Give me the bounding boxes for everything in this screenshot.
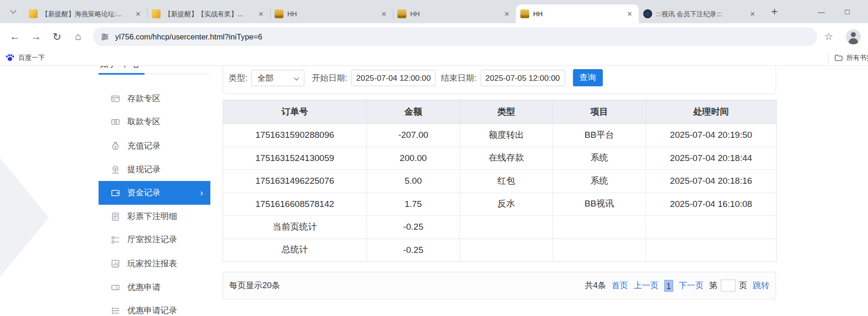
reload-button[interactable]: ↻ <box>48 27 67 46</box>
withdraw-zone-icon <box>111 117 120 127</box>
table-cell: -0.25 <box>367 239 460 261</box>
table-cell: 1751616608578142 <box>223 193 367 215</box>
pagination-current-page[interactable]: 1 <box>664 280 673 291</box>
browser-tab[interactable]: 【新提醒】【实战有奖】...× <box>147 5 270 24</box>
bookmark-label: 百度一下 <box>18 53 45 62</box>
table-cell: 红包 <box>460 170 552 193</box>
table-cell: 总统计 <box>223 239 367 261</box>
back-button[interactable]: ← <box>6 27 25 46</box>
table-cell: 5.00 <box>367 170 460 193</box>
table-cell <box>553 216 646 239</box>
browser-tab[interactable]: :::视讯 会员下注纪录:::× <box>639 5 762 24</box>
tab-close-icon[interactable]: × <box>379 9 389 19</box>
tab-close-icon[interactable]: × <box>256 9 266 19</box>
maximize-button[interactable]: □ <box>834 0 860 23</box>
sidebar-item[interactable]: 玩家投注报表 <box>98 252 210 276</box>
table-row: 1751631524130059200.00在线存款系统2025-07-04 2… <box>223 147 777 169</box>
table-header-cell: 处理时间 <box>646 100 776 123</box>
bookmarks-bar: 百度一下 所有书签 <box>0 50 868 66</box>
table-cell <box>646 239 776 261</box>
table-cell: 系统 <box>553 170 646 193</box>
end-date-label: 结束日期: <box>441 70 477 86</box>
sidebar-item[interactable]: 优惠申请记录 <box>98 299 210 316</box>
bookmark-star-icon[interactable]: ☆ <box>819 27 838 46</box>
table-cell <box>646 216 776 239</box>
forward-button[interactable]: → <box>26 27 45 46</box>
end-date-input[interactable] <box>480 70 565 86</box>
funds-record-icon <box>111 188 120 198</box>
sidebar-item[interactable]: 优惠申请 <box>98 276 210 299</box>
table-cell: 2025-07-04 16:10:08 <box>646 193 776 215</box>
pagination-bar: 每页显示20条 共4条 首页 上一页 1 下一页 第 页 跳转 <box>222 272 776 300</box>
tab-title: 【新提醒】海燕策略论坛:... <box>41 9 130 19</box>
site-info-icon[interactable] <box>101 32 109 41</box>
tab-title: HH <box>533 10 621 18</box>
sidebar-section-title: 账户中心 <box>98 66 210 74</box>
page-content: 账户中心 存款专区取款专区充值记录提现记录资金记录›彩票下注明细厅室投注记录玩家… <box>0 66 868 316</box>
tab-title: 【新提醒】【实战有奖】... <box>164 9 253 19</box>
total-count-label: 共4条 <box>585 280 606 291</box>
table-header-cell: 类型 <box>460 100 552 123</box>
filter-bar: 类型: 全部 开始日期: 结束日期: 查询 <box>222 66 776 94</box>
page-jump-group: 第 页 <box>709 279 747 291</box>
tab-strip: 【新提醒】海燕策略论坛:...×【新提醒】【实战有奖】...×HH×HH×HH×… <box>0 0 868 23</box>
sidebar-item[interactable]: 资金记录› <box>98 181 210 205</box>
browser-tab[interactable]: HH× <box>270 5 393 24</box>
browser-tab[interactable]: HH× <box>393 5 516 24</box>
hh-gold-favicon-icon <box>275 9 284 18</box>
new-tab-button[interactable]: + <box>767 4 782 19</box>
first-page-link[interactable]: 首页 <box>611 280 628 291</box>
decorative-triangle <box>0 158 49 277</box>
baidu-paw-icon <box>6 53 14 62</box>
browser-tab[interactable]: 【新提醒】海燕策略论坛:...× <box>24 5 147 24</box>
recharge-record-icon <box>111 141 120 150</box>
table-cell: 200.00 <box>367 147 460 169</box>
forum-gold-favicon-icon <box>29 9 38 18</box>
bookmark-baidu[interactable]: 百度一下 <box>6 53 45 62</box>
tab-search-button[interactable] <box>6 4 21 19</box>
hh-gold-favicon-icon <box>520 9 529 18</box>
prev-page-link[interactable]: 上一页 <box>634 280 659 291</box>
table-cell: 1751631590288096 <box>223 124 367 147</box>
address-bar[interactable]: yl756.com/hhcp/usercenter.html?iniType=6 <box>93 27 817 46</box>
page-jump-input[interactable] <box>721 279 736 291</box>
minimize-button[interactable]: — <box>808 0 834 23</box>
browser-toolbar: ← → ↻ ⌂ yl756.com/hhcp/usercenter.html?i… <box>0 23 868 50</box>
tab-title: HH <box>287 10 376 18</box>
type-select-value: 全部 <box>258 73 274 84</box>
lottery-bet-detail-icon <box>111 212 120 221</box>
tab-close-icon[interactable]: × <box>748 9 757 19</box>
jump-button[interactable]: 跳转 <box>753 280 770 291</box>
pagination-controls: 共4条 首页 上一页 1 下一页 第 页 跳转 <box>585 279 770 291</box>
sidebar-item[interactable]: 取款专区 <box>98 110 210 134</box>
sidebar-item[interactable]: 充值记录 <box>98 134 210 158</box>
bookmarks-overflow[interactable]: 所有书签 <box>828 50 868 65</box>
home-button[interactable]: ⌂ <box>69 27 88 46</box>
folder-icon <box>834 53 843 62</box>
video-dark-favicon-icon <box>643 9 652 18</box>
sidebar-item[interactable]: 存款专区 <box>98 87 210 110</box>
tab-close-icon[interactable]: × <box>133 9 143 19</box>
table-cell: BB视讯 <box>553 193 646 215</box>
tab-close-icon[interactable]: × <box>625 9 634 19</box>
type-select[interactable]: 全部 <box>252 70 304 86</box>
next-page-link[interactable]: 下一页 <box>679 280 704 291</box>
browser-window: 【新提醒】海燕策略论坛:...×【新提醒】【实战有奖】...×HH×HH×HH×… <box>0 0 868 316</box>
browser-tab[interactable]: HH× <box>516 5 639 24</box>
sidebar-item[interactable]: 彩票下注明细 <box>98 205 210 228</box>
sidebar-item[interactable]: 提现记录 <box>98 158 210 181</box>
profile-avatar[interactable] <box>846 29 861 44</box>
table-cell: 1.75 <box>367 193 460 215</box>
tab-close-icon[interactable]: × <box>502 9 512 19</box>
start-date-input[interactable] <box>351 70 436 86</box>
table-header-cell: 订单号 <box>223 100 367 123</box>
search-button[interactable]: 查询 <box>573 69 602 86</box>
table-row: 17516314962250765.00红包系统2025-07-04 20:18… <box>223 170 777 193</box>
table-cell: 在线存款 <box>460 147 552 169</box>
table-cell: BB平台 <box>553 124 646 147</box>
sidebar-item[interactable]: 厅室投注记录 <box>98 228 210 252</box>
table-cell: 反水 <box>460 193 552 215</box>
table-row: 总统计-0.25 <box>223 239 777 261</box>
start-date-label: 开始日期: <box>312 70 348 86</box>
table-row: 1751631590288096-207.00额度转出BB平台2025-07-0… <box>223 124 777 147</box>
